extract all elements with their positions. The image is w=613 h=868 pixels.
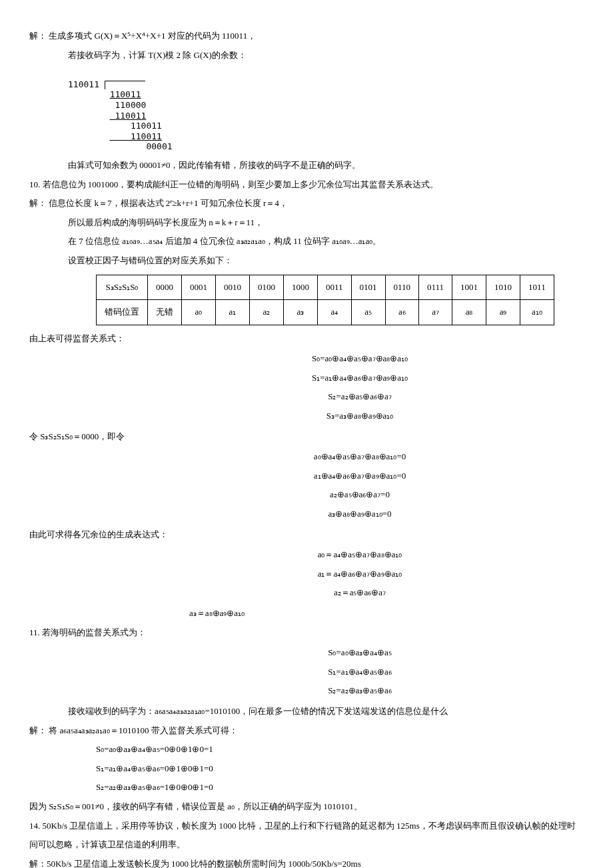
text-line: 11. 若海明码的监督关系式为： [29,623,584,643]
equation: S₂=a₂⊕a₅⊕a₆⊕a₇ [29,387,584,407]
table-cell: a₉ [486,300,520,325]
table-cell: 1011 [520,275,554,300]
table-cell: 1010 [486,275,520,300]
text-line: 若接收码字为，计算 T(X)模 2 除 G(X)的余数： [29,46,584,65]
text-line: S₁=a₁⊕a₄⊕a₅⊕a₆=0⊕1⊕0⊕1=0 [29,759,584,779]
text-line: 14. 50Kb/s 卫星信道上，采用停等协议，帧长度为 1000 比特，卫星的… [29,817,584,855]
table-cell: 0001 [182,275,216,300]
long-division: 110011 110011 110000 110011 110011 11001… [68,69,584,152]
text-line: 由上表可得监督关系式： [29,329,584,349]
table-cell: a₅ [351,300,385,325]
equation: S₁=a₁⊕a₄⊕a₆⊕a₇⊕a₉⊕a₁₀ [29,369,584,388]
text-line: 在 7 位信息位 a₁₀a₉…a₅a₄ 后追加 4 位冗余位 a₃a₂a₁a₀，… [29,232,584,251]
text-line: S₂=a₂⊕a₃⊕a₅⊕a₆=1⊕0⊕0⊕1=0 [29,778,584,797]
table-cell: 1001 [452,275,486,300]
table-cell: 0111 [419,275,452,300]
equation: a₂＝a₅⊕a₆⊕a₇ [29,583,584,603]
equation: a₃⊕a₈⊕a₉⊕a₁₀=0 [29,505,584,524]
text-line: 由算式可知余数为 00001≠0，因此传输有错，所接收的码字不是正确的码字。 [29,156,584,175]
table-cell: 0110 [385,275,419,300]
table-cell: a₄ [318,300,352,325]
equation: S₀=a₀⊕a₃⊕a₄⊕a₅ [29,643,584,663]
equation: S₀=a₀⊕a₄⊕a₅⊕a₇⊕a₈⊕a₁₀ [29,349,584,369]
text-line: 接收端收到的码字为：a₆a₅a₄a₃a₂a₁a₀=1010100，问在最多一位错… [29,702,584,721]
div-line: 110011 [110,121,162,131]
equation: S₁=a₁⊕a₄⊕a₅⊕a₆ [29,663,584,682]
text-line: 因为 S₂S₁S₀＝001≠0，接收的码字有错，错误位置是 a₀，所以正确的码字… [29,797,584,817]
equation: S₃=a₃⊕a₈⊕a₉⊕a₁₀ [29,407,584,426]
div-line: 00001 [110,141,173,151]
text-line: 令 S₃S₂S₁S₀＝0000，即令 [29,427,584,447]
table-cell: 无错 [148,300,182,325]
table-cell: S₃S₂S₁S₀ [97,275,148,300]
table-cell: 0100 [250,275,284,300]
table-cell: 1000 [284,275,318,300]
text-line: 解： 生成多项式 G(X)＝X⁵+X⁴+X+1 对应的代码为 110011， [29,27,584,46]
text-line: 设置校正因子与错码位置的对应关系如下： [29,251,584,271]
equation: a₁⊕a₄⊕a₆⊕a₇⊕a₉⊕a₁₀=0 [29,467,584,486]
equation: a₂⊕a₅⊕a₆⊕a₇=0 [29,485,584,505]
table-cell: 0011 [318,275,352,300]
equation: a₃＝a₈⊕a₉⊕a₁₀ [29,604,584,623]
table-cell: a₇ [419,300,452,325]
table-row: S₃S₂S₁S₀ 0000 0001 0010 0100 1000 0011 0… [97,275,554,300]
table-cell: a₁ [216,300,250,325]
table-cell: a₂ [250,300,284,325]
equation-block: S₀=a₀⊕a₃⊕a₄⊕a₅ S₁=a₁⊕a₄⊕a₅⊕a₆ S₂=a₂⊕a₃⊕a… [29,643,584,701]
text-line: 由此可求得各冗余位的生成表达式： [29,525,584,545]
table-cell: 错码位置 [97,300,148,325]
equation-block: a₀＝a₄⊕a₅⊕a₇⊕a₈⊕a₁₀ a₁＝a₄⊕a₆⊕a₇⊕a₉⊕a₁₀ a₂… [29,545,584,603]
equation: a₀＝a₄⊕a₅⊕a₇⊕a₈⊕a₁₀ [29,545,584,565]
equation-block: a₀⊕a₄⊕a₅⊕a₇⊕a₈⊕a₁₀=0 a₁⊕a₄⊕a₆⊕a₇⊕a₉⊕a₁₀=… [29,447,584,523]
table-row: 错码位置 无错 a₀ a₁ a₂ a₃ a₄ a₅ a₆ a₇ a₈ a₉ a₁… [97,300,554,325]
text-line: 所以最后构成的海明码码字长度应为 n＝k＋r＝11， [29,213,584,233]
equation: S₂=a₂⊕a₃⊕a₅⊕a₆ [29,681,584,701]
table-cell: a₀ [182,300,216,325]
table-cell: a₈ [452,300,486,325]
table-cell: 0000 [148,275,182,300]
table-cell: 0101 [351,275,385,300]
div-line: 110011 [110,111,147,121]
div-line: 110011 [110,89,141,99]
error-position-table: S₃S₂S₁S₀ 0000 0001 0010 0100 1000 0011 0… [96,275,554,325]
text-line: 解： 信息位长度 k＝7，根据表达式 2ʳ≥k+r+1 可知冗余位长度 r＝4， [29,194,584,213]
div-line: 110011 [110,131,162,141]
equation: a₀⊕a₄⊕a₅⊕a₇⊕a₈⊕a₁₀=0 [29,447,584,467]
equation-block: S₀=a₀⊕a₄⊕a₅⊕a₇⊕a₈⊕a₁₀ S₁=a₁⊕a₄⊕a₆⊕a₇⊕a₉⊕… [29,349,584,425]
table-cell: a₆ [385,300,419,325]
table-cell: 0010 [216,275,250,300]
table-cell: a₃ [284,300,318,325]
divisor: 110011 [68,79,99,89]
text-line: S₀=a₀⊕a₃⊕a₄⊕a₅=0⊕0⊕1⊕0=1 [29,740,584,759]
div-line: 110000 [110,100,147,110]
text-line: 10. 若信息位为 1001000，要构成能纠正一位错的海明码，则至少要加上多少… [29,175,584,195]
text-line: 解：50Kb/s 卫星信道上发送帧长度为 1000 比特的数据帧所需时间为 10… [29,855,584,868]
equation: a₁＝a₄⊕a₆⊕a₇⊕a₉⊕a₁₀ [29,565,584,584]
table-cell: a₁₀ [520,300,554,325]
text-line: 解： 将 a₆a₅a₄a₃a₂a₁a₀＝1010100 带入监督关系式可得： [29,721,584,741]
